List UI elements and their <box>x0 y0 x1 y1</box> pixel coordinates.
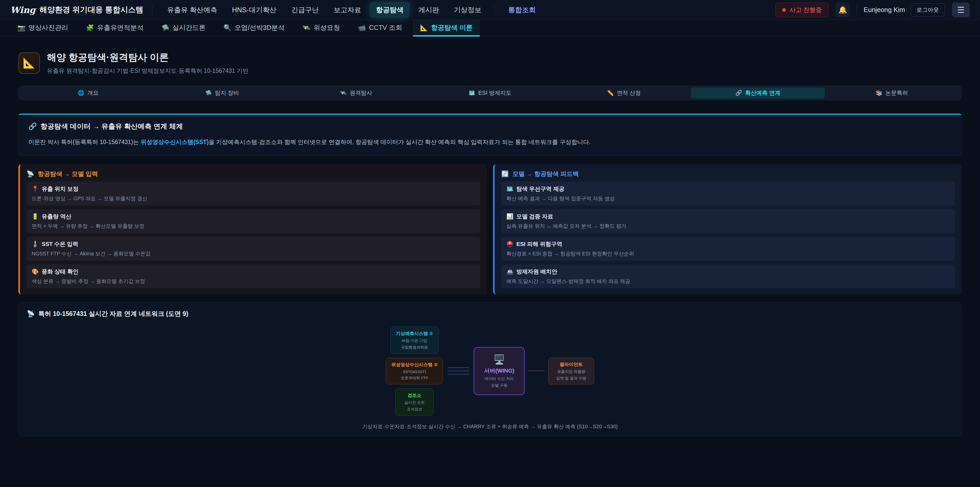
subnav-label: 항공탐색 이론 <box>431 23 473 32</box>
page-header: 📐 해양 항공탐색·원격탐사 이론 유출유 원격탐지·항공감시 기법·ESI 방… <box>18 51 962 75</box>
list-item-sst-input: 🌡️ SST 수온 입력 NGSST FTP 수신 → Akima 보간 → 풍… <box>27 237 480 261</box>
item-title-row: 📍 유출 위치 보정 <box>32 185 475 193</box>
logout-button[interactable]: 로그아웃 <box>911 3 945 17</box>
page-content: 📐 해양 항공탐색·원격탐사 이론 유출유 원격탐지·항공감시 기법·ESI 방… <box>0 51 980 436</box>
subnav-label: 위성요청 <box>313 23 340 32</box>
item-desc: NGSST FTP 수신 → Akima 보간 → 풍화모델 수온값 <box>32 250 475 257</box>
menu-item-aerial-search[interactable]: 항공탐색 <box>370 2 410 18</box>
subnav-item-cctv-view[interactable]: 📹 CCTV 조회 <box>351 20 409 37</box>
network-title-row: 📡 특허 10-1567431 실시간 자료 연계 네트워크 (도면 9) <box>27 310 953 318</box>
satellite-dish-icon: 📡 <box>27 310 35 318</box>
subnav-item-realtime-drone[interactable]: 🛸 실시간드론 <box>154 20 213 37</box>
card-search-to-model: 📡 항공탐색 → 모델 입력 📍 유출 위치 보정 드론·위성 영상 → GPS… <box>18 164 487 294</box>
tab-area-calculation[interactable]: ✏️ 면적 산정 <box>557 87 691 99</box>
page-title: 해양 항공탐색·원격탐사 이론 <box>47 51 248 64</box>
tab-detection-equipment[interactable]: 🛸 탐지 장비 <box>155 87 289 99</box>
puzzle-icon: 🧩 <box>86 24 94 31</box>
bar-chart-icon: 📊 <box>506 213 513 220</box>
list-item-spill-volume: 🔋 유출량 역산 면적 × 두께 → 유량 추정 → 확산모델 유출량 보정 <box>27 209 480 233</box>
node-tide-station: 검조소 실시간 조위 조석정보 <box>395 388 434 415</box>
menu-item-integrated-search[interactable]: 통합조회 <box>502 2 542 18</box>
node-line: 입력 및 결과 수령 <box>554 376 589 381</box>
page-title-icon-box: 📐 <box>18 52 40 74</box>
subnav-label: 실시간드론 <box>172 23 206 32</box>
item-title: SST 수온 입력 <box>41 240 78 248</box>
hamburger-menu-button[interactable]: ☰ <box>952 3 970 18</box>
menu-item-board[interactable]: 게시판 <box>412 2 445 18</box>
tab-label: 원격탐사 <box>350 89 372 97</box>
item-title-row: 🚢 방제자원 배치안 <box>506 268 950 276</box>
hamburger-icon: ☰ <box>957 5 965 15</box>
tab-overview[interactable]: 🌐 개요 <box>21 87 155 99</box>
list-item-spill-location: 📍 유출 위치 보정 드론·위성 영상 → GPS 좌표 → 모델 유출지점 갱… <box>27 182 480 206</box>
thermometer-icon: 🌡️ <box>32 241 38 247</box>
page-title-block: 해양 항공탐색·원격탐사 이론 유출유 원격탐지·항공감시 기법·ESI 방제정… <box>47 51 248 75</box>
app-title: 해양환경 위기대응 통합시스템 <box>40 5 143 15</box>
node-title: 클라이언트 <box>554 361 589 367</box>
node-line: 실시간 조위 <box>401 400 428 405</box>
books-icon: 📚 <box>876 90 882 96</box>
nav-divider <box>857 5 857 15</box>
main-menu: 유출유 확산예측 HNS·대기확산 긴급구난 보고자료 항공탐색 게시판 기상정… <box>161 2 542 18</box>
subnav-label: 오염/선박3D분석 <box>234 23 285 32</box>
menu-item-oil-spill-prediction[interactable]: 유출유 확산예측 <box>161 2 224 18</box>
subnav-item-image-photo-management[interactable]: 📷 영상사진관리 <box>10 20 75 37</box>
menu-item-hns-diffusion[interactable]: HNS·대기확산 <box>226 2 283 18</box>
card-title: 항공탐색 → 모델 입력 <box>38 170 98 178</box>
tab-diffusion-link[interactable]: 🔗 확산예측 연계 <box>691 87 825 99</box>
linkage-cards-row: 📡 항공탐색 → 모델 입력 📍 유출 위치 보정 드론·위성 영상 → GPS… <box>18 164 962 294</box>
item-title: 유출 위치 보정 <box>41 185 78 193</box>
tab-label: 논문특허 <box>886 89 908 97</box>
node-title: 서버(WING) <box>482 367 517 375</box>
card-title-row: 🔄 모델 → 항공탐색 피드백 <box>501 170 955 178</box>
menu-item-weather-info[interactable]: 기상정보 <box>448 2 487 18</box>
incident-dot-icon <box>782 8 786 12</box>
subnav-label: 영상사진관리 <box>28 23 68 32</box>
node-satellite-receiver: 위성영상수신시스템 ② SST(NGSST) 토호쿠대학 FTP <box>386 358 443 384</box>
node-weather-system: 기상예측시스템 ① 바람·기온·기압 국립환경과학원 <box>390 327 438 354</box>
list-item-model-validation: 📊 모델 검증 자료 실측 유출유 위치 ↔ 예측값 오차 분석 → 정확도 평… <box>501 209 955 233</box>
card-model-to-search: 🔄 모델 → 항공탐색 피드백 🗺️ 탐색 우선구역 제공 확산 예측 결과 →… <box>493 164 962 294</box>
item-desc: 확산경로 × ESI 중첩 → 항공탐색 ESI 현장확인 우선순위 <box>506 250 950 257</box>
map-icon: 🗺️ <box>469 90 475 96</box>
card-title: 모델 → 항공탐색 피드백 <box>512 170 579 178</box>
network-caption: 기상자료·수온자료·조석정보 실시간 수신 → CHARRY 조류 + 취송류 … <box>27 423 953 430</box>
item-title-row: 🌡️ SST 수온 입력 <box>32 240 475 248</box>
intro-description: 이문진 박사 특허(등록특허 10-1567431)는 위성영상수신시스템(SS… <box>28 138 952 147</box>
subnav-item-pollution-ship-3d[interactable]: 🔍 오염/선박3D분석 <box>216 20 292 37</box>
ship-icon: 🚢 <box>506 268 513 275</box>
subnav-label: 유출유면적분석 <box>97 23 143 32</box>
node-line: SST(NGSST) <box>391 369 438 374</box>
triangle-ruler-icon: 📐 <box>420 24 428 31</box>
subnav-label: CCTV 조회 <box>369 23 402 32</box>
tab-remote-sensing[interactable]: 🛰️ 원격탐사 <box>289 87 423 99</box>
triangle-ruler-icon: 📐 <box>23 57 35 69</box>
node-line: 토호쿠대학 FTP <box>391 376 438 380</box>
sst-system-link[interactable]: 위성영상수신시스템(SST) <box>141 139 209 145</box>
notification-bell-button[interactable]: 🔔 <box>835 3 850 18</box>
item-desc: 드론·위성 영상 → GPS 좌표 → 모델 유출지점 갱신 <box>32 195 475 202</box>
item-desc: 실측 유출유 위치 ↔ 예측값 오차 분석 → 정확도 평가 <box>506 223 950 230</box>
tab-esi-map[interactable]: 🗺️ ESI 방제지도 <box>423 87 557 99</box>
item-title: 모델 검증 자료 <box>516 213 553 220</box>
single-connector-line <box>528 370 545 371</box>
triple-connector-lines <box>448 367 469 375</box>
battery-icon: 🔋 <box>32 213 38 220</box>
item-desc: 면적 × 두께 → 유량 추정 → 확산모델 유출량 보정 <box>32 223 475 230</box>
subnav-item-oil-area-analysis[interactable]: 🧩 유출유면적분석 <box>79 20 151 37</box>
node-title: 검조소 <box>401 392 428 398</box>
subnav-item-aerial-search-theory[interactable]: 📐 항공탐색 이론 <box>413 20 480 37</box>
tab-label: 확산예측 연계 <box>745 89 780 97</box>
drone-icon: 🛸 <box>161 24 169 31</box>
menu-item-reports[interactable]: 보고자료 <box>328 2 367 18</box>
theory-tab-bar: 🌐 개요 🛸 탐지 장비 🛰️ 원격탐사 🗺️ ESI 방제지도 ✏️ 면적 산… <box>18 86 962 101</box>
tab-papers-patents[interactable]: 📚 논문특허 <box>825 87 959 99</box>
node-line: 국립환경과학원 <box>396 345 433 350</box>
drone-icon: 🛸 <box>205 90 212 96</box>
app-root: Wing 해양환경 위기대응 통합시스템 유출유 확산예측 HNS·대기확산 긴… <box>0 0 980 487</box>
node-line: 모델 구동 <box>482 383 517 388</box>
item-title: 방제자원 배치안 <box>516 268 557 276</box>
menu-item-emergency-rescue[interactable]: 긴급구난 <box>285 2 325 18</box>
node-line: 바람·기온·기압 <box>396 339 433 343</box>
subnav-item-satellite-request[interactable]: 🛰️ 위성요청 <box>295 20 347 37</box>
